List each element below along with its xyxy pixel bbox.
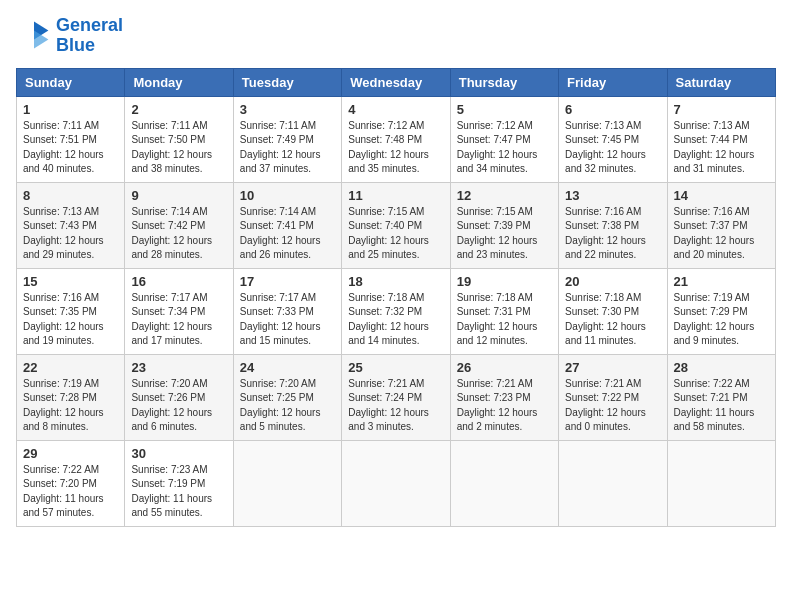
empty-day-cell bbox=[450, 440, 558, 526]
day-number: 9 bbox=[131, 188, 226, 203]
day-number: 22 bbox=[23, 360, 118, 375]
day-info: Sunrise: 7:13 AM Sunset: 7:43 PM Dayligh… bbox=[23, 205, 118, 263]
day-info: Sunrise: 7:16 AM Sunset: 7:38 PM Dayligh… bbox=[565, 205, 660, 263]
logo-text: General Blue bbox=[56, 16, 123, 56]
calendar-day-cell: 17Sunrise: 7:17 AM Sunset: 7:33 PM Dayli… bbox=[233, 268, 341, 354]
day-number: 12 bbox=[457, 188, 552, 203]
day-info: Sunrise: 7:13 AM Sunset: 7:45 PM Dayligh… bbox=[565, 119, 660, 177]
day-info: Sunrise: 7:14 AM Sunset: 7:41 PM Dayligh… bbox=[240, 205, 335, 263]
weekday-header-wednesday: Wednesday bbox=[342, 68, 450, 96]
day-info: Sunrise: 7:17 AM Sunset: 7:33 PM Dayligh… bbox=[240, 291, 335, 349]
day-number: 4 bbox=[348, 102, 443, 117]
calendar-day-cell: 23Sunrise: 7:20 AM Sunset: 7:26 PM Dayli… bbox=[125, 354, 233, 440]
day-info: Sunrise: 7:18 AM Sunset: 7:30 PM Dayligh… bbox=[565, 291, 660, 349]
calendar-week-row: 22Sunrise: 7:19 AM Sunset: 7:28 PM Dayli… bbox=[17, 354, 776, 440]
day-info: Sunrise: 7:12 AM Sunset: 7:48 PM Dayligh… bbox=[348, 119, 443, 177]
day-info: Sunrise: 7:21 AM Sunset: 7:22 PM Dayligh… bbox=[565, 377, 660, 435]
calendar-day-cell: 1Sunrise: 7:11 AM Sunset: 7:51 PM Daylig… bbox=[17, 96, 125, 182]
calendar-day-cell: 5Sunrise: 7:12 AM Sunset: 7:47 PM Daylig… bbox=[450, 96, 558, 182]
calendar-week-row: 8Sunrise: 7:13 AM Sunset: 7:43 PM Daylig… bbox=[17, 182, 776, 268]
logo: General Blue bbox=[16, 16, 123, 56]
day-number: 28 bbox=[674, 360, 769, 375]
calendar-day-cell: 18Sunrise: 7:18 AM Sunset: 7:32 PM Dayli… bbox=[342, 268, 450, 354]
weekday-header-sunday: Sunday bbox=[17, 68, 125, 96]
calendar-header-row: SundayMondayTuesdayWednesdayThursdayFrid… bbox=[17, 68, 776, 96]
calendar-day-cell: 11Sunrise: 7:15 AM Sunset: 7:40 PM Dayli… bbox=[342, 182, 450, 268]
day-info: Sunrise: 7:13 AM Sunset: 7:44 PM Dayligh… bbox=[674, 119, 769, 177]
day-info: Sunrise: 7:16 AM Sunset: 7:35 PM Dayligh… bbox=[23, 291, 118, 349]
day-info: Sunrise: 7:23 AM Sunset: 7:19 PM Dayligh… bbox=[131, 463, 226, 521]
day-number: 29 bbox=[23, 446, 118, 461]
empty-day-cell bbox=[667, 440, 775, 526]
day-info: Sunrise: 7:11 AM Sunset: 7:49 PM Dayligh… bbox=[240, 119, 335, 177]
calendar-day-cell: 9Sunrise: 7:14 AM Sunset: 7:42 PM Daylig… bbox=[125, 182, 233, 268]
calendar-week-row: 15Sunrise: 7:16 AM Sunset: 7:35 PM Dayli… bbox=[17, 268, 776, 354]
calendar-day-cell: 6Sunrise: 7:13 AM Sunset: 7:45 PM Daylig… bbox=[559, 96, 667, 182]
day-number: 5 bbox=[457, 102, 552, 117]
calendar-day-cell: 16Sunrise: 7:17 AM Sunset: 7:34 PM Dayli… bbox=[125, 268, 233, 354]
day-info: Sunrise: 7:21 AM Sunset: 7:23 PM Dayligh… bbox=[457, 377, 552, 435]
day-info: Sunrise: 7:20 AM Sunset: 7:26 PM Dayligh… bbox=[131, 377, 226, 435]
day-number: 18 bbox=[348, 274, 443, 289]
day-number: 2 bbox=[131, 102, 226, 117]
day-number: 16 bbox=[131, 274, 226, 289]
day-info: Sunrise: 7:18 AM Sunset: 7:32 PM Dayligh… bbox=[348, 291, 443, 349]
calendar-day-cell: 2Sunrise: 7:11 AM Sunset: 7:50 PM Daylig… bbox=[125, 96, 233, 182]
calendar-day-cell: 7Sunrise: 7:13 AM Sunset: 7:44 PM Daylig… bbox=[667, 96, 775, 182]
calendar-table: SundayMondayTuesdayWednesdayThursdayFrid… bbox=[16, 68, 776, 527]
calendar-day-cell: 30Sunrise: 7:23 AM Sunset: 7:19 PM Dayli… bbox=[125, 440, 233, 526]
calendar-day-cell: 12Sunrise: 7:15 AM Sunset: 7:39 PM Dayli… bbox=[450, 182, 558, 268]
day-info: Sunrise: 7:19 AM Sunset: 7:29 PM Dayligh… bbox=[674, 291, 769, 349]
day-number: 8 bbox=[23, 188, 118, 203]
calendar-day-cell: 29Sunrise: 7:22 AM Sunset: 7:20 PM Dayli… bbox=[17, 440, 125, 526]
day-info: Sunrise: 7:16 AM Sunset: 7:37 PM Dayligh… bbox=[674, 205, 769, 263]
calendar-day-cell: 13Sunrise: 7:16 AM Sunset: 7:38 PM Dayli… bbox=[559, 182, 667, 268]
day-number: 7 bbox=[674, 102, 769, 117]
calendar-day-cell: 26Sunrise: 7:21 AM Sunset: 7:23 PM Dayli… bbox=[450, 354, 558, 440]
day-number: 25 bbox=[348, 360, 443, 375]
page-header: General Blue bbox=[16, 16, 776, 56]
calendar-day-cell: 27Sunrise: 7:21 AM Sunset: 7:22 PM Dayli… bbox=[559, 354, 667, 440]
day-number: 1 bbox=[23, 102, 118, 117]
calendar-day-cell: 4Sunrise: 7:12 AM Sunset: 7:48 PM Daylig… bbox=[342, 96, 450, 182]
day-number: 24 bbox=[240, 360, 335, 375]
day-number: 13 bbox=[565, 188, 660, 203]
day-number: 23 bbox=[131, 360, 226, 375]
day-info: Sunrise: 7:15 AM Sunset: 7:40 PM Dayligh… bbox=[348, 205, 443, 263]
weekday-header-monday: Monday bbox=[125, 68, 233, 96]
day-number: 17 bbox=[240, 274, 335, 289]
weekday-header-tuesday: Tuesday bbox=[233, 68, 341, 96]
empty-day-cell bbox=[559, 440, 667, 526]
day-number: 26 bbox=[457, 360, 552, 375]
day-info: Sunrise: 7:11 AM Sunset: 7:50 PM Dayligh… bbox=[131, 119, 226, 177]
day-number: 14 bbox=[674, 188, 769, 203]
calendar-day-cell: 20Sunrise: 7:18 AM Sunset: 7:30 PM Dayli… bbox=[559, 268, 667, 354]
empty-day-cell bbox=[342, 440, 450, 526]
day-info: Sunrise: 7:19 AM Sunset: 7:28 PM Dayligh… bbox=[23, 377, 118, 435]
calendar-day-cell: 25Sunrise: 7:21 AM Sunset: 7:24 PM Dayli… bbox=[342, 354, 450, 440]
day-info: Sunrise: 7:11 AM Sunset: 7:51 PM Dayligh… bbox=[23, 119, 118, 177]
calendar-day-cell: 24Sunrise: 7:20 AM Sunset: 7:25 PM Dayli… bbox=[233, 354, 341, 440]
weekday-header-friday: Friday bbox=[559, 68, 667, 96]
calendar-day-cell: 3Sunrise: 7:11 AM Sunset: 7:49 PM Daylig… bbox=[233, 96, 341, 182]
day-number: 15 bbox=[23, 274, 118, 289]
day-info: Sunrise: 7:12 AM Sunset: 7:47 PM Dayligh… bbox=[457, 119, 552, 177]
logo-icon bbox=[16, 18, 52, 54]
calendar-day-cell: 14Sunrise: 7:16 AM Sunset: 7:37 PM Dayli… bbox=[667, 182, 775, 268]
day-info: Sunrise: 7:22 AM Sunset: 7:21 PM Dayligh… bbox=[674, 377, 769, 435]
calendar-day-cell: 8Sunrise: 7:13 AM Sunset: 7:43 PM Daylig… bbox=[17, 182, 125, 268]
calendar-week-row: 29Sunrise: 7:22 AM Sunset: 7:20 PM Dayli… bbox=[17, 440, 776, 526]
day-info: Sunrise: 7:15 AM Sunset: 7:39 PM Dayligh… bbox=[457, 205, 552, 263]
day-number: 11 bbox=[348, 188, 443, 203]
calendar-day-cell: 22Sunrise: 7:19 AM Sunset: 7:28 PM Dayli… bbox=[17, 354, 125, 440]
calendar-day-cell: 19Sunrise: 7:18 AM Sunset: 7:31 PM Dayli… bbox=[450, 268, 558, 354]
day-info: Sunrise: 7:22 AM Sunset: 7:20 PM Dayligh… bbox=[23, 463, 118, 521]
calendar-day-cell: 15Sunrise: 7:16 AM Sunset: 7:35 PM Dayli… bbox=[17, 268, 125, 354]
day-number: 10 bbox=[240, 188, 335, 203]
calendar-day-cell: 10Sunrise: 7:14 AM Sunset: 7:41 PM Dayli… bbox=[233, 182, 341, 268]
calendar-week-row: 1Sunrise: 7:11 AM Sunset: 7:51 PM Daylig… bbox=[17, 96, 776, 182]
calendar-day-cell: 21Sunrise: 7:19 AM Sunset: 7:29 PM Dayli… bbox=[667, 268, 775, 354]
day-info: Sunrise: 7:17 AM Sunset: 7:34 PM Dayligh… bbox=[131, 291, 226, 349]
day-number: 20 bbox=[565, 274, 660, 289]
day-number: 6 bbox=[565, 102, 660, 117]
